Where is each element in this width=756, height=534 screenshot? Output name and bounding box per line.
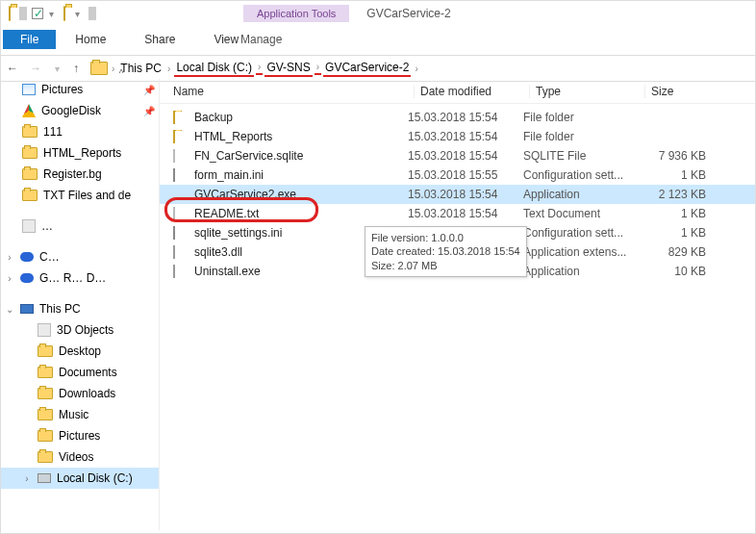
sidebar-item[interactable]: HTML_Reports — [1, 142, 159, 164]
sidebar-item-pictures[interactable]: Pictures — [1, 425, 159, 446]
file-size: 2 123 KB — [639, 188, 716, 201]
sidebar-label: Videos — [59, 450, 93, 464]
file-row[interactable]: GVCarService2.exe15.03.2018 15:54Applica… — [160, 185, 755, 204]
sidebar-label: Register.bg — [43, 167, 102, 181]
history-dropdown-icon[interactable]: ▾ — [53, 64, 62, 74]
config-file-icon — [173, 168, 175, 182]
sidebar-item-truncated[interactable]: … — [1, 216, 159, 237]
file-row[interactable]: form_main.ini15.03.2018 15:55Configurati… — [160, 165, 755, 185]
crumb-this-pc[interactable]: This PC — [118, 61, 164, 76]
folder-icon[interactable] — [5, 5, 14, 22]
back-button[interactable]: ← — [7, 62, 18, 75]
sidebar-label: G… R… D… — [39, 271, 106, 285]
chevron-down-icon[interactable]: ▾ — [45, 7, 58, 21]
chevron-right-icon[interactable]: › — [315, 62, 321, 75]
file-size: 7 936 KB — [639, 149, 716, 163]
file-row[interactable]: README.txt15.03.2018 15:54Text Document1… — [160, 204, 755, 223]
sidebar-item-music[interactable]: Music — [1, 404, 159, 425]
chevron-right-icon[interactable]: › — [256, 62, 263, 75]
navigation-pane[interactable]: Pictures📌GoogleDisk📌111HTML_ReportsRegis… — [1, 79, 160, 530]
file-name: GVCarService2.exe — [194, 188, 296, 201]
tab-file[interactable]: File — [3, 30, 56, 49]
sidebar-label: Local Disk (C:) — [57, 471, 133, 485]
file-name: sqlite_settings.ini — [194, 226, 282, 240]
chevron-right-icon[interactable]: › — [5, 273, 14, 284]
file-name: HTML_Reports — [194, 130, 272, 143]
file-name: Uninstall.exe — [194, 265, 261, 278]
sidebar-item[interactable]: TXT Files and de — [1, 185, 159, 206]
sidebar-item-3d-objects[interactable]: 3D Objects — [1, 319, 159, 341]
chevron-right-icon[interactable]: › — [5, 252, 14, 263]
breadcrumb[interactable]: › This PC › Local Disk (C:) › GV-SNS › G… — [87, 60, 420, 77]
sidebar-item-this-pc[interactable]: ⌄ This PC — [1, 298, 159, 319]
qat-chevron-icon[interactable]: ▾ — [71, 7, 84, 21]
col-type[interactable]: Type — [529, 85, 644, 98]
file-row[interactable]: FN_CarService.sqlite15.03.2018 15:54SQLI… — [160, 146, 755, 165]
sidebar-item[interactable]: GoogleDisk📌 — [1, 100, 159, 121]
file-name: sqlite3.dll — [194, 245, 242, 259]
file-date: 15.03.2018 15:55 — [408, 168, 523, 182]
folder-icon — [173, 130, 175, 143]
sidebar-item[interactable]: Register.bg — [1, 164, 159, 185]
folder-icon — [173, 111, 175, 124]
folder-icon — [22, 190, 38, 201]
crumb-local-disk[interactable]: Local Disk (C:) — [174, 60, 254, 77]
sidebar-label: This PC — [39, 302, 81, 316]
file-row[interactable]: HTML_Reports15.03.2018 15:54File folder — [160, 127, 755, 146]
pictures-icon — [22, 84, 36, 95]
sidebar-item[interactable]: 111 — [1, 121, 159, 142]
col-name[interactable]: Name — [173, 85, 414, 98]
file-name: Backup — [194, 111, 233, 124]
sidebar-item-local-disk-c-[interactable]: ›Local Disk (C:) — [1, 468, 159, 489]
file-date: 15.03.2018 15:54 — [408, 130, 523, 143]
column-headers[interactable]: Name Date modified Type Size — [160, 79, 755, 104]
chevron-right-icon[interactable]: › — [413, 64, 419, 74]
main-area: Pictures📌GoogleDisk📌111HTML_ReportsRegis… — [1, 79, 755, 530]
file-type: Text Document — [523, 207, 639, 220]
folder-open-icon[interactable] — [60, 5, 69, 22]
up-button[interactable]: ↑ — [73, 62, 79, 75]
sidebar-item-videos[interactable]: Videos — [1, 446, 159, 468]
sidebar-item-cloud[interactable]: ›C… — [1, 246, 159, 267]
quick-access-toolbar: ✓ ▾ ▾ — [5, 5, 99, 22]
text-file-icon — [173, 207, 175, 220]
onedrive-icon — [20, 252, 34, 262]
tooltip-line: Size: 2.07 MB — [371, 259, 520, 272]
chevron-right-icon[interactable]: › — [165, 64, 172, 74]
tab-home[interactable]: Home — [56, 30, 125, 49]
file-type: Application — [523, 188, 639, 201]
file-type: File folder — [523, 111, 639, 124]
sidebar-item-downloads[interactable]: Downloads — [1, 383, 159, 404]
file-size: 1 KB — [639, 207, 716, 220]
forward-button[interactable]: → — [30, 62, 41, 75]
col-size[interactable]: Size — [644, 85, 721, 98]
folder-icon — [22, 168, 38, 180]
sidebar-item-cloud[interactable]: ›G… R… D… — [1, 267, 159, 289]
crumb-gvcarservice[interactable]: GVCarService-2 — [323, 60, 411, 77]
col-date[interactable]: Date modified — [414, 85, 529, 98]
tab-manage-wrap: Manage — [221, 30, 301, 49]
config-file-icon — [173, 226, 175, 240]
folder-icon — [38, 388, 53, 399]
file-name: FN_CarService.sqlite — [194, 149, 303, 163]
sidebar-item-desktop[interactable]: Desktop — [1, 341, 159, 362]
file-type: Application extens... — [523, 245, 639, 259]
file-row[interactable]: Backup15.03.2018 15:54File folder — [160, 108, 755, 127]
checkbox-properties[interactable]: ✓ — [32, 8, 43, 19]
address-bar-row: ← → ▾ ↑ › This PC › Local Disk (C:) › GV… — [1, 55, 755, 82]
file-list: Name Date modified Type Size Backup15.03… — [160, 79, 755, 530]
sidebar-item[interactable]: Pictures📌 — [1, 79, 159, 100]
chevron-right-icon[interactable]: › — [22, 473, 32, 484]
file-size: 10 KB — [639, 265, 716, 278]
file-date: 15.03.2018 15:54 — [408, 149, 523, 163]
sidebar-label: Pictures — [41, 83, 83, 96]
sidebar-item-documents[interactable]: Documents — [1, 362, 159, 383]
chevron-down-icon[interactable]: ⌄ — [5, 304, 14, 315]
crumb-gv-sns[interactable]: GV-SNS — [265, 60, 312, 77]
tab-share[interactable]: Share — [125, 30, 194, 49]
sidebar-label: Music — [59, 408, 88, 421]
chevron-right-icon[interactable]: › — [110, 64, 116, 74]
tab-manage[interactable]: Manage — [221, 30, 301, 49]
file-date: 15.03.2018 15:54 — [408, 111, 523, 124]
file-name: form_main.ini — [194, 168, 264, 182]
